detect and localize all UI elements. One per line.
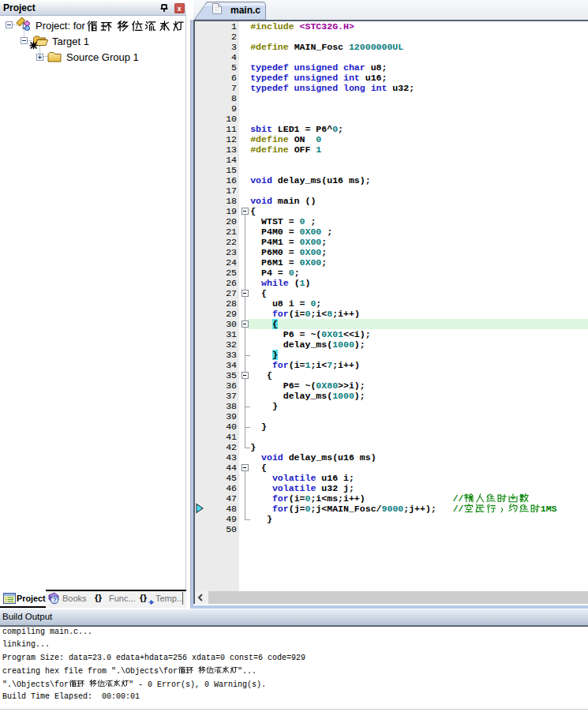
svg-text:?: ? <box>52 596 56 604</box>
